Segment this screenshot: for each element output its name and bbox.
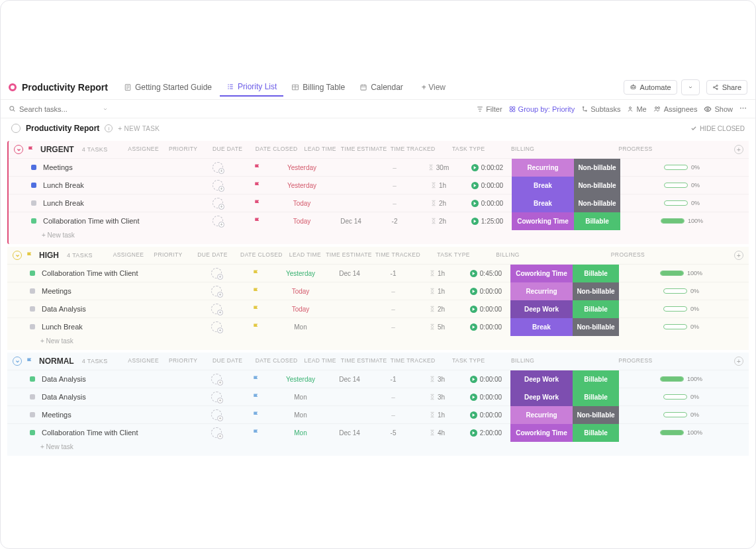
time-tracked-cell[interactable]: 0:00:00 — [463, 200, 512, 207]
assignees-button[interactable]: Assignees — [653, 105, 698, 113]
task-name[interactable]: Data Analysis — [42, 305, 197, 313]
col-due-date[interactable]: DUE DATE — [203, 357, 252, 364]
billing-cell[interactable]: Billable — [573, 388, 619, 406]
task-type-cell[interactable]: Recurring — [510, 406, 573, 424]
time-estimate-cell[interactable]: 1h — [412, 270, 461, 277]
due-date-cell[interactable]: Yesterday — [277, 182, 326, 189]
lead-time-cell[interactable]: -1 — [374, 270, 412, 277]
add-view-button[interactable]: + View — [415, 79, 452, 96]
task-name[interactable]: Meetings — [42, 287, 197, 295]
col-due-date[interactable]: DUE DATE — [188, 251, 237, 258]
progress-cell[interactable]: 0% — [620, 164, 743, 171]
lead-time-cell[interactable]: – — [374, 411, 412, 419]
task-row[interactable]: Lunch Break + Mon – 5h 0:00:00 Break Non… — [7, 317, 749, 335]
col-time-tracked[interactable]: TIME TRACKED — [389, 146, 438, 152]
col-time-tracked[interactable]: TIME TRACKED — [389, 357, 438, 364]
task-row[interactable]: Collaboration Time with Client + Mon Dec… — [7, 423, 749, 441]
due-date-cell[interactable]: Today — [276, 288, 325, 295]
task-row[interactable]: Data Analysis + Today – 2h 0:00:00 Deep … — [7, 300, 749, 317]
progress-cell[interactable]: 0% — [619, 306, 743, 312]
time-estimate-cell[interactable]: 4h — [412, 429, 461, 437]
time-estimate-cell[interactable]: 1h — [412, 411, 461, 419]
group-by-button[interactable]: Group by: Priority — [509, 105, 575, 113]
tab-billing-table[interactable]: Billing Table — [285, 79, 352, 96]
tab-calendar[interactable]: Calendar — [353, 79, 410, 96]
col-lead-time[interactable]: LEAD TIME — [301, 146, 340, 152]
me-button[interactable]: Me — [627, 105, 646, 113]
task-name[interactable]: Lunch Break — [42, 323, 197, 331]
progress-cell[interactable]: 0% — [619, 394, 743, 400]
col-progress[interactable]: PROGRESS — [546, 357, 725, 364]
task-name[interactable]: Collaboration Time with Client — [42, 269, 197, 277]
due-date-cell[interactable]: Yesterday — [276, 270, 325, 277]
priority-cell[interactable] — [238, 217, 277, 225]
task-name[interactable]: Lunch Break — [43, 181, 198, 189]
col-priority[interactable]: PRIORITY — [148, 251, 188, 258]
assignee-cell[interactable]: + — [197, 392, 236, 402]
priority-cell[interactable] — [236, 429, 276, 437]
col-date-closed[interactable]: DATE CLOSED — [252, 146, 301, 152]
assignee-cell[interactable]: + — [197, 374, 236, 384]
due-date-cell[interactable]: Yesterday — [276, 376, 325, 383]
task-type-cell[interactable]: Break — [512, 194, 574, 212]
time-estimate-cell[interactable]: 2h — [414, 218, 463, 225]
priority-cell[interactable] — [236, 287, 276, 295]
time-tracked-cell[interactable]: 2:00:00 — [461, 429, 510, 437]
time-estimate-cell[interactable]: 3h — [412, 394, 461, 401]
billing-cell[interactable]: Billable — [574, 212, 620, 230]
billing-cell[interactable]: Non-billable — [573, 318, 619, 336]
assignee-cell[interactable]: + — [197, 286, 236, 296]
time-tracked-cell[interactable]: 0:00:00 — [461, 376, 510, 383]
date-closed-cell[interactable]: Dec 14 — [325, 376, 374, 383]
priority-cell[interactable] — [236, 375, 276, 383]
status-square[interactable] — [31, 165, 36, 170]
due-date-cell[interactable]: Today — [277, 218, 326, 225]
due-date-cell[interactable]: Yesterday — [277, 164, 326, 171]
due-date-cell[interactable]: Mon — [276, 411, 325, 419]
progress-cell[interactable]: 100% — [619, 270, 743, 276]
status-square[interactable] — [31, 218, 36, 224]
due-date-cell[interactable]: Mon — [276, 394, 325, 401]
task-row[interactable]: Meetings + Yesterday – 30m 0:00:02 Recur… — [9, 158, 749, 176]
due-date-cell[interactable]: Today — [276, 306, 325, 313]
due-date-cell[interactable]: Mon — [276, 323, 325, 331]
task-type-cell[interactable]: Deep Work — [510, 300, 573, 318]
col-time-estimate[interactable]: TIME ESTIMATE — [324, 251, 373, 258]
progress-cell[interactable]: 0% — [620, 200, 743, 206]
time-estimate-cell[interactable]: 2h — [414, 200, 463, 207]
priority-cell[interactable] — [236, 411, 276, 419]
task-type-cell[interactable]: Deep Work — [510, 388, 573, 406]
task-name[interactable]: Meetings — [43, 163, 198, 171]
billing-cell[interactable]: Billable — [573, 424, 619, 442]
col-billing[interactable]: BILLING — [500, 146, 546, 152]
info-icon[interactable]: i — [105, 124, 113, 132]
time-estimate-cell[interactable]: 5h — [412, 323, 461, 331]
collapse-toggle[interactable] — [14, 145, 23, 154]
assignee-cell[interactable]: + — [198, 180, 238, 190]
priority-cell[interactable] — [236, 393, 276, 401]
lead-time-cell[interactable]: – — [374, 394, 412, 401]
task-type-cell[interactable]: Break — [510, 318, 573, 336]
status-square[interactable] — [30, 324, 35, 329]
time-tracked-cell[interactable]: 0:00:02 — [463, 164, 512, 171]
task-type-cell[interactable]: Deep Work — [510, 370, 573, 388]
more-menu[interactable]: ⋯ — [739, 105, 747, 113]
billing-cell[interactable]: Billable — [573, 265, 619, 282]
new-task-row[interactable]: + New task — [9, 230, 749, 244]
assignee-cell[interactable]: + — [198, 216, 238, 226]
due-date-cell[interactable]: Today — [277, 200, 326, 207]
time-tracked-cell[interactable]: 0:00:00 — [463, 182, 512, 189]
progress-cell[interactable]: 0% — [620, 182, 743, 189]
col-task-type[interactable]: TASK TYPE — [438, 146, 500, 152]
automate-button[interactable]: Automate — [624, 80, 677, 95]
status-square[interactable] — [30, 430, 35, 435]
list-new-task-button[interactable]: + NEW TASK — [118, 125, 160, 132]
date-closed-cell[interactable]: Dec 14 — [325, 270, 374, 277]
tab-priority-list[interactable]: Priority List — [220, 78, 283, 97]
subtasks-button[interactable]: Subtasks — [581, 105, 620, 113]
col-date-closed[interactable]: DATE CLOSED — [237, 251, 286, 258]
task-type-cell[interactable]: Recurring — [510, 282, 573, 300]
col-assignee[interactable]: ASSIGNEE — [124, 146, 164, 152]
lead-time-cell[interactable]: – — [375, 164, 414, 171]
task-row[interactable]: Meetings + Today – 1h 0:00:00 Recurring … — [7, 282, 749, 300]
